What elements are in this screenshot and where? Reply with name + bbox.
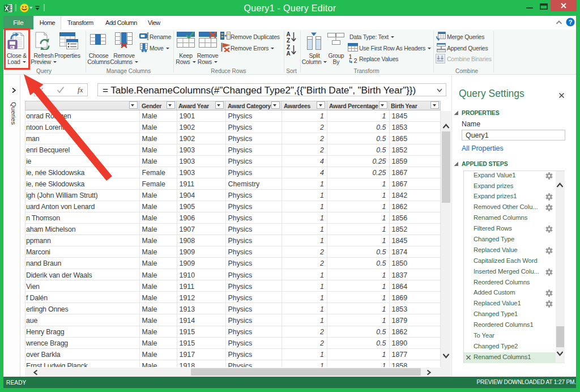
svg-text:2: 2 (353, 57, 357, 64)
svg-text:Z: Z (287, 44, 290, 50)
svg-text:A: A (286, 31, 290, 37)
svg-text:Z: Z (287, 37, 290, 43)
svg-text:1: 1 (348, 54, 352, 60)
svg-text:?: ? (569, 19, 573, 25)
